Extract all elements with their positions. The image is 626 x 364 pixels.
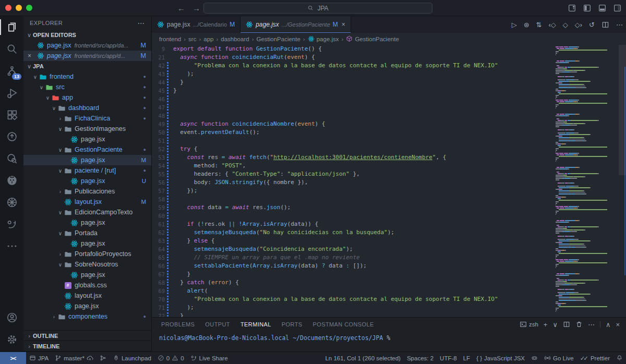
code-line-65[interactable]: 65 // SIEMPRE un array para que el .map … [152, 253, 556, 262]
code-line-58[interactable]: 58 [152, 195, 556, 203]
activity-source-control[interactable]: 13 [0, 60, 23, 82]
code-line-67[interactable]: 67 } [152, 270, 556, 278]
tree-item-publicaciones[interactable]: ›Publicaciones [23, 186, 151, 197]
activity-search[interactable] [0, 38, 23, 60]
activity-run-and-debug[interactable] [0, 82, 23, 104]
breadcrumb-item[interactable]: GestionPaciente [256, 36, 300, 42]
terminal-profile-dropdown[interactable]: ∨ [552, 321, 558, 329]
git-branch[interactable]: master* [52, 352, 97, 364]
tree-item-layout-jsx[interactable]: layout.jsx [23, 290, 151, 301]
code-line-50[interactable]: 50 event.preventDefault(); [152, 128, 556, 137]
tree-item-paciente-rut-[interactable]: ∨paciente / [rut]● [23, 165, 151, 176]
tree-item-fichaclinica[interactable]: ›FichaClinica● [23, 113, 151, 124]
tree-item-globals-css[interactable]: #globals.css [23, 280, 151, 290]
remote-indicator[interactable]: >< [0, 352, 26, 364]
tree-item-portada[interactable]: ∨Portada [23, 228, 151, 238]
tree-item-page-jsx[interactable]: page.jsx [23, 217, 151, 228]
layout-sidebar-icon[interactable] [583, 4, 592, 13]
code-line-64[interactable]: 64 setmensajeBusqueda("Coincidencia enco… [152, 245, 556, 253]
split-terminal-button[interactable] [563, 321, 570, 328]
launchpad[interactable]: Launchpad [110, 352, 154, 364]
code-line-60[interactable]: 60 [152, 212, 556, 220]
goto-change-icon[interactable]: ◇ [563, 21, 568, 29]
activity-extensions[interactable] [0, 104, 23, 126]
terminal[interactable]: nicolas@MacBook-Pro-de-Nicolas.local ~/D… [152, 331, 626, 342]
editor-tab-gestionpaciente[interactable]: page.jsx.../GestionPacienteM× [240, 16, 351, 33]
more-actions-icon[interactable]: ⋯ [616, 21, 623, 29]
tree-item-page-jsx[interactable]: page.jsx [23, 301, 151, 311]
breadcrumb-item[interactable]: src [188, 36, 196, 42]
problems[interactable]: 00 [154, 352, 187, 364]
code-line-21[interactable]: 21 async function coincidenciaRut(event)… [152, 53, 556, 62]
editor-tab-calendario[interactable]: page.jsx.../CalendarioM [152, 16, 240, 33]
close-icon[interactable]: × [28, 52, 31, 59]
open-editor-item[interactable]: page.jsxfrontend/src/app/da...M [23, 40, 151, 51]
code-line-55[interactable]: 55 headers: { "Content-Type": "applicati… [152, 170, 556, 178]
panel-tab-postman-console[interactable]: POSTMAN CONSOLE [313, 321, 374, 327]
prettier[interactable]: ✓✓Prettier [577, 352, 613, 364]
tree-item-gestionpaciente[interactable]: ∨GestionPaciente● [23, 144, 151, 155]
code-line-53[interactable]: 53 const res = await fetch("http://local… [152, 153, 556, 162]
code-line-47[interactable]: 47 [152, 103, 556, 112]
copilot[interactable] [528, 352, 541, 364]
code-line-49[interactable]: 49 async function coincidenciaNombre(eve… [152, 120, 556, 128]
code-line-44[interactable]: 44 } [152, 78, 556, 87]
activity-explorer[interactable] [0, 16, 23, 38]
code-line-62[interactable]: 62 setmensajeBusqueda("No hay conicideci… [152, 228, 556, 237]
code-line-51[interactable]: 51 [152, 137, 556, 145]
tree-item-page-jsx[interactable]: page.jsx [23, 270, 151, 280]
maximize-panel-button[interactable]: ∧ [606, 321, 611, 329]
tree-item-page-jsx[interactable]: page.jsx [23, 238, 151, 249]
history-back-button[interactable]: ← [177, 4, 185, 13]
indentation[interactable]: Spaces: 2 [404, 352, 437, 364]
cursor-position[interactable]: Ln 161, Col 1 (260 selected) [322, 352, 403, 364]
launch-profile[interactable]: zsh [520, 321, 538, 328]
tree-item-gestionimagenes[interactable]: ∨GestionImagenes [23, 124, 151, 134]
tree-item-componentes[interactable]: ›componentes● [23, 311, 151, 322]
run-button[interactable]: ▷ [512, 21, 517, 29]
language-mode[interactable]: { }JavaScript JSX [473, 352, 528, 364]
tree-item-portafolioproyectos[interactable]: ›PortafolioProyectos [23, 249, 151, 259]
code-line-71[interactable]: 71 ); [152, 304, 556, 312]
kill-terminal-button[interactable] [575, 321, 583, 328]
code-line-59[interactable]: 59 const data = await res.json(); [152, 203, 556, 212]
tree-item-app[interactable]: ∨app● [23, 92, 151, 103]
panel-tab-terminal[interactable]: TERMINAL [240, 321, 271, 327]
breadcrumb-item[interactable]: frontend [159, 36, 181, 42]
compare-changes-icon[interactable]: ⇅ [536, 21, 542, 29]
history-forward-button[interactable]: → [192, 4, 200, 13]
go-live[interactable]: Go Live [541, 352, 577, 364]
open-editor-item[interactable]: ×page.jsxfrontend/src/app/d...M [23, 51, 151, 61]
code-line-68[interactable]: 68 } catch (error) { [152, 278, 556, 287]
explorer-more-actions-icon[interactable]: ⋯ [138, 19, 145, 27]
minimize-window-button[interactable] [16, 5, 22, 11]
panel-tab-problems[interactable]: PROBLEMS [161, 321, 195, 327]
layout-customize-icon[interactable] [568, 4, 576, 13]
breadcrumb-item[interactable]: app [203, 36, 213, 42]
previous-change-icon[interactable]: ‹◇ [548, 21, 556, 29]
breadcrumb-item[interactable]: page.jsx [308, 35, 339, 42]
graph-item[interactable] [97, 352, 110, 364]
close-panel-button[interactable]: × [616, 321, 620, 329]
panel-tab-output[interactable]: OUTPUT [205, 321, 230, 327]
terminal-more-actions[interactable]: ⋯ [588, 321, 595, 329]
code-line-66[interactable]: 66 settablaPaciente(Array.isArray(data) … [152, 262, 556, 270]
tree-item-page-jsx[interactable]: page.jsx [23, 134, 151, 144]
open-editors-section[interactable]: ∨ OPEN EDITORS [23, 30, 151, 40]
code-line-46[interactable]: 46 [152, 95, 556, 103]
activity-accounts[interactable] [0, 307, 23, 329]
code-line-52[interactable]: 52 try { [152, 145, 556, 153]
code-line-69[interactable]: 69 alert( [152, 287, 556, 295]
layout-panel-icon[interactable] [598, 4, 607, 13]
tree-item-dashboard[interactable]: ∨dashboard● [23, 103, 151, 113]
breadcrumb-item[interactable]: dashboard [221, 36, 249, 42]
activity-live-share[interactable] [0, 213, 23, 235]
code-editor[interactable]: 9export default function GestionPaciente… [152, 45, 626, 317]
activity-more-views[interactable] [0, 235, 23, 257]
notifications[interactable] [613, 352, 626, 364]
activity-gitlens-inspect[interactable] [0, 148, 23, 169]
activity-kubernetes[interactable] [0, 191, 23, 213]
tree-item-edicioncampotexto[interactable]: ∨EdicionCampoTexto [23, 207, 151, 217]
code-line-45[interactable]: 45} [152, 87, 556, 95]
history-icon[interactable]: ↺ [589, 21, 595, 29]
